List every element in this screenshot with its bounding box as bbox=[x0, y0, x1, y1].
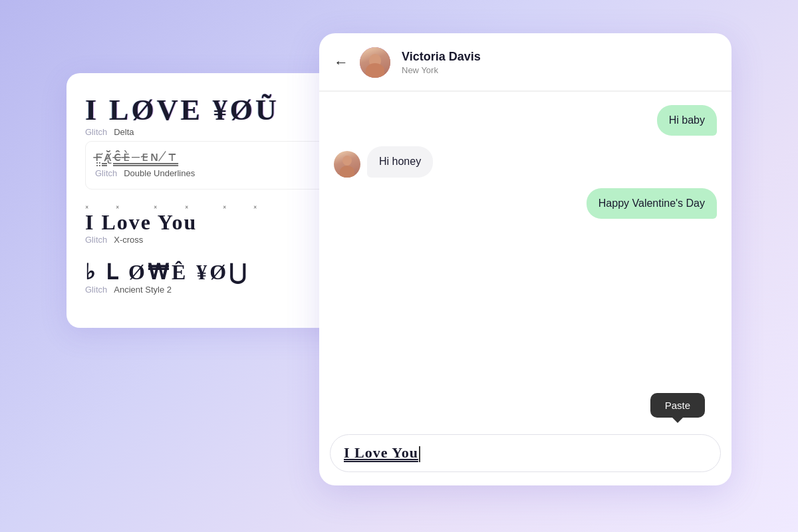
chat-messages: Hi baby Hi honey Happy Valentine's Day bbox=[319, 92, 732, 428]
font-name-du[interactable]: Double Underlines bbox=[124, 168, 195, 178]
font-name-delta[interactable]: Delta bbox=[114, 127, 134, 137]
font-name-ancient2[interactable]: Ancient Style 2 bbox=[114, 285, 172, 295]
avatar-head bbox=[369, 54, 381, 67]
font-row-xcross: ˣ ˣ ˣ ˣ ˣ ˣ I Love You Glitch X-cross bbox=[85, 204, 340, 245]
message-row-sent-2: Happy Valentine's Day bbox=[334, 188, 717, 219]
font-label-row-delta: Glitch Delta bbox=[85, 127, 340, 137]
font-name-xcross[interactable]: X-cross bbox=[114, 235, 143, 245]
scene: I LØVE ¥ØŨ Glitch Delta ꜰ̶̛̤̤ᴀ̷̢̆ᴄ̶̑ᴇ̶̀—… bbox=[66, 33, 732, 499]
font-tag-glitch-delta: Glitch bbox=[85, 127, 107, 137]
paste-tooltip[interactable]: Paste bbox=[650, 393, 705, 418]
contact-location: New York bbox=[402, 65, 717, 75]
message-row-sent-1: Hi baby bbox=[334, 105, 717, 136]
av-head bbox=[342, 156, 352, 166]
font-tag-glitch-du: Glitch bbox=[95, 168, 117, 178]
font-sample-ancient2[interactable]: ♭ ꓡ Ø₩Ê ¥Ø⋃ bbox=[85, 259, 340, 285]
font-panel: I LØVE ¥ØŨ Glitch Delta ꜰ̶̛̤̤ᴀ̷̢̆ᴄ̶̑ᴇ̶̀—… bbox=[66, 73, 359, 328]
header-info: Victoria Davis New York bbox=[402, 50, 717, 75]
font-row-delta: Glitch Delta ꜰ̶̛̤̤ᴀ̷̢̆ᴄ̶̑ᴇ̶̀—ᴇ̴ɴ̸ᴛ Glitc… bbox=[85, 127, 340, 190]
back-button[interactable]: ← bbox=[334, 54, 348, 71]
contact-name: Victoria Davis bbox=[402, 50, 717, 64]
chat-input-area: Paste I Love You bbox=[319, 428, 732, 485]
avatar-inner bbox=[360, 47, 390, 78]
font-sample-xcross[interactable]: ˣ ˣ ˣ ˣ ˣ ˣ I Love You bbox=[85, 204, 340, 235]
font-label-double-underlines: Glitch Double Underlines bbox=[95, 168, 331, 178]
chat-header: ← Victoria Davis New York bbox=[319, 33, 732, 91]
chat-panel: ← Victoria Davis New York Hi baby bbox=[319, 33, 732, 485]
message-avatar-received bbox=[334, 151, 360, 178]
message-bubble-received-1: Hi honey bbox=[367, 146, 433, 177]
av-body bbox=[340, 166, 354, 178]
font-label-xcross: Glitch X-cross bbox=[85, 235, 340, 245]
message-row-received-1: Hi honey bbox=[334, 146, 717, 177]
font-tag-glitch-a2: Glitch bbox=[85, 285, 107, 295]
message-bubble-sent-1: Hi baby bbox=[657, 105, 717, 136]
font-sample-double-underlines[interactable]: ꜰ̶̛̤̤ᴀ̷̢̆ᴄ̶̑ᴇ̶̀—ᴇ̴ɴ̸ᴛ bbox=[95, 148, 331, 164]
contact-avatar bbox=[358, 45, 392, 80]
input-text: I Love You bbox=[344, 444, 418, 461]
message-bubble-sent-2: Happy Valentine's Day bbox=[587, 188, 717, 219]
text-cursor bbox=[419, 446, 420, 462]
message-input[interactable]: I Love You bbox=[330, 434, 721, 472]
font-row-ancient2: ♭ ꓡ Ø₩Ê ¥Ø⋃ Glitch Ancient Style 2 bbox=[85, 259, 340, 295]
font-panel-main-preview: I LØVE ¥ØŨ bbox=[85, 93, 279, 127]
font-label-ancient2: Glitch Ancient Style 2 bbox=[85, 285, 340, 295]
font-tag-glitch-xc: Glitch bbox=[85, 235, 107, 245]
paste-label: Paste bbox=[665, 400, 690, 411]
